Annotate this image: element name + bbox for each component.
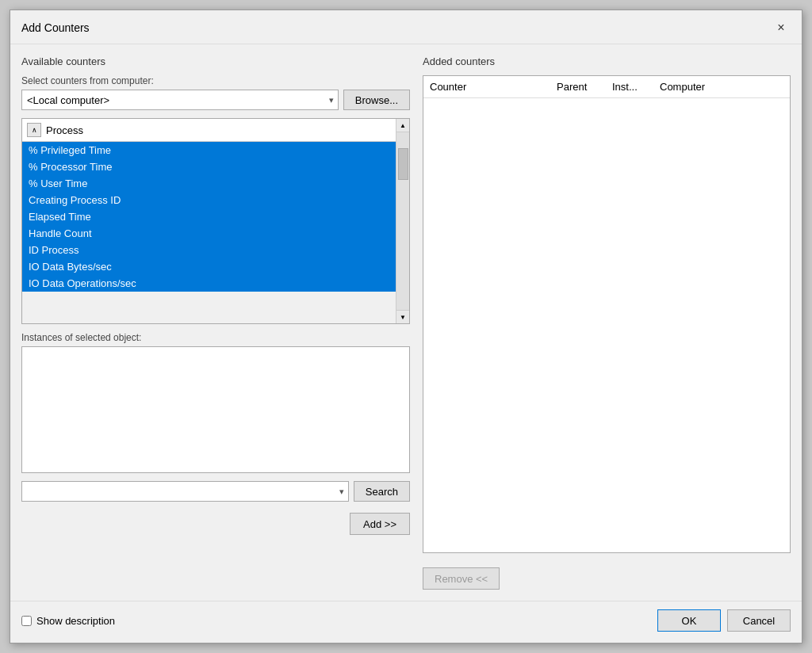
counter-item-6[interactable]: ID Process (22, 242, 396, 258)
computer-select[interactable]: <Local computer> (21, 90, 339, 110)
show-description-checkbox[interactable] (21, 616, 32, 626)
counter-group-header: ∧ Process (22, 119, 396, 142)
added-counters-box: Counter Parent Inst... Computer (423, 75, 791, 553)
counter-item-8[interactable]: IO Data Operations/sec (22, 275, 396, 292)
search-row: Search (21, 481, 410, 502)
instances-section: Instances of selected object: (21, 332, 410, 473)
added-table-header: Counter Parent Inst... Computer (423, 76, 790, 98)
computer-select-row: <Local computer> Browse... (21, 90, 410, 110)
col-header-counter: Counter (423, 79, 550, 94)
search-input-wrapper[interactable] (21, 481, 349, 502)
counter-item-1[interactable]: % Processor Time (22, 158, 396, 175)
counters-scrollbar: ▲ ▼ (396, 119, 409, 323)
counter-item-2[interactable]: % User Time (22, 175, 396, 192)
footer-right: OK Cancel (657, 609, 791, 632)
show-description-text: Show description (36, 615, 115, 627)
left-panel: Available counters Select counters from … (21, 55, 410, 590)
remove-row: Remove << (423, 567, 791, 590)
scroll-thumb[interactable] (398, 148, 408, 180)
footer-left: Show description (21, 615, 115, 627)
available-counters-section: Available counters (21, 55, 410, 67)
right-panel: Added counters Counter Parent Inst... Co… (423, 55, 791, 590)
counter-item-5[interactable]: Handle Count (22, 225, 396, 242)
col-header-computer: Computer (653, 79, 790, 94)
dialog-footer: Show description OK Cancel (10, 601, 802, 643)
title-bar: Add Counters × (10, 10, 802, 44)
search-select[interactable] (21, 481, 349, 502)
add-row: Add >> (21, 513, 410, 535)
added-counters-label: Added counters (423, 55, 791, 67)
counters-list-box: ∧ Process % Privileged Time % Processor … (21, 118, 410, 324)
scroll-down-button[interactable]: ▼ (396, 310, 409, 323)
counter-item-7[interactable]: IO Data Bytes/sec (22, 258, 396, 275)
added-table-body (423, 98, 790, 552)
show-description-label[interactable]: Show description (21, 615, 115, 627)
browse-button[interactable]: Browse... (343, 90, 410, 110)
available-counters-label: Available counters (21, 55, 410, 67)
computer-select-wrapper[interactable]: <Local computer> (21, 90, 339, 110)
counter-item-3[interactable]: Creating Process ID (22, 192, 396, 208)
ok-button[interactable]: OK (657, 609, 721, 632)
dialog-title: Add Counters (21, 21, 90, 34)
col-header-inst: Inst... (606, 79, 653, 94)
counter-item-4[interactable]: Elapsed Time (22, 208, 396, 225)
col-header-parent: Parent (550, 79, 606, 94)
scroll-track (396, 132, 409, 310)
computer-select-section: Select counters from computer: <Local co… (21, 75, 410, 110)
instances-box (21, 346, 410, 473)
select-computer-label: Select counters from computer: (21, 75, 410, 86)
search-button[interactable]: Search (354, 481, 410, 502)
group-name: Process (46, 124, 391, 136)
counter-list: % Privileged Time % Processor Time % Use… (22, 142, 396, 292)
add-counters-dialog: Add Counters × Available counters Select… (10, 10, 802, 643)
add-button[interactable]: Add >> (350, 513, 410, 535)
close-button[interactable]: × (772, 18, 791, 37)
dialog-body: Available counters Select counters from … (10, 44, 802, 601)
counter-item-0[interactable]: % Privileged Time (22, 142, 396, 158)
remove-button[interactable]: Remove << (423, 567, 500, 590)
instances-label: Instances of selected object: (21, 332, 410, 343)
added-counters-section: Added counters (423, 55, 791, 67)
collapse-button[interactable]: ∧ (27, 123, 41, 137)
cancel-button[interactable]: Cancel (727, 609, 791, 632)
collapse-arrow-icon: ∧ (32, 126, 37, 134)
scroll-up-button[interactable]: ▲ (396, 119, 409, 132)
counter-list-inner: ∧ Process % Privileged Time % Processor … (22, 119, 396, 323)
